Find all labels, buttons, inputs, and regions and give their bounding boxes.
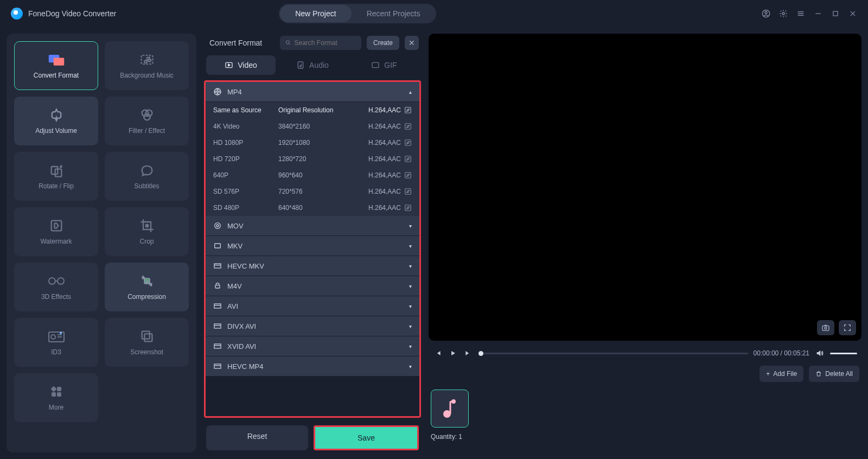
gif-icon xyxy=(371,61,380,69)
svg-point-29 xyxy=(51,335,55,339)
search-icon xyxy=(285,40,291,46)
svg-point-23 xyxy=(49,278,55,284)
edit-icon[interactable] xyxy=(404,155,412,163)
close-icon[interactable] xyxy=(848,9,857,18)
gear-icon[interactable] xyxy=(779,9,788,18)
delete-all-button[interactable]: Delete All xyxy=(809,366,859,382)
svg-point-22 xyxy=(145,225,148,227)
maximize-icon[interactable] xyxy=(831,9,840,18)
edit-icon[interactable] xyxy=(404,123,412,130)
chevron-up-icon: ▴ xyxy=(409,89,412,95)
chevron-down-icon: ▾ xyxy=(409,243,412,249)
svg-rect-34 xyxy=(144,334,152,341)
app-title: FoneDog Video Converter xyxy=(28,9,116,18)
volume-slider[interactable] xyxy=(830,353,857,354)
format-group-mp4[interactable]: MP4 ▴ xyxy=(206,82,419,102)
format-row[interactable]: HD 1080P1920*1080H.264,AAC xyxy=(206,135,419,151)
tool-rotate-flip[interactable]: Rotate / Flip xyxy=(14,152,98,201)
svg-rect-35 xyxy=(50,386,56,392)
tool-more[interactable]: More xyxy=(14,373,98,422)
format-group-avi[interactable]: AVI▾ xyxy=(206,296,419,316)
tool-label: Compression xyxy=(127,293,166,301)
format-group-divx-avi[interactable]: DIVX AVI▾ xyxy=(206,316,419,336)
edit-icon[interactable] xyxy=(404,188,412,195)
search-input[interactable] xyxy=(280,36,361,50)
svg-point-49 xyxy=(219,91,221,93)
create-button[interactable]: Create xyxy=(367,36,399,50)
tool-label: Subtitles xyxy=(134,182,159,190)
menu-icon[interactable] xyxy=(796,9,805,18)
tab-recent-projects[interactable]: Recent Projects xyxy=(352,5,436,22)
tab-new-project[interactable]: New Project xyxy=(280,5,351,22)
play-button[interactable] xyxy=(448,348,458,358)
svg-point-76 xyxy=(451,399,456,404)
tool-filter-effect[interactable]: Filter / Effect xyxy=(105,97,189,145)
progress-bar[interactable] xyxy=(478,353,748,354)
volume-icon[interactable] xyxy=(815,348,825,358)
next-button[interactable] xyxy=(463,348,473,358)
music-note-icon xyxy=(442,399,458,418)
format-tab-video[interactable]: Video xyxy=(206,55,276,75)
svg-point-59 xyxy=(215,223,221,229)
close-panel-button[interactable]: ✕ xyxy=(405,36,419,50)
svg-rect-57 xyxy=(405,189,411,195)
format-row[interactable]: 640P960*640H.264,AAC xyxy=(206,167,419,183)
tool-convert-format[interactable]: Convert Format xyxy=(14,41,98,90)
save-button[interactable]: Save xyxy=(314,425,419,450)
tool-crop[interactable]: Crop xyxy=(105,207,189,256)
format-row[interactable]: SD 576P720*576H.264,AAC xyxy=(206,183,419,200)
app-logo xyxy=(11,8,23,20)
svg-point-18 xyxy=(144,114,150,120)
tool-3d-effects[interactable]: 3D Effects xyxy=(14,263,98,311)
minimize-icon[interactable] xyxy=(814,9,822,18)
svg-rect-53 xyxy=(405,124,411,130)
video-icon xyxy=(225,61,233,69)
fullscreen-button[interactable] xyxy=(839,320,856,335)
tool-screenshot[interactable]: Screenshot xyxy=(105,318,189,367)
film-icon xyxy=(213,362,222,371)
tool-background-music[interactable]: Background Music xyxy=(105,41,189,90)
format-group-hevc-mp4[interactable]: HEVC MP4▾ xyxy=(206,356,419,377)
format-tab-audio[interactable]: Audio xyxy=(278,55,347,75)
format-row[interactable]: Same as SourceOriginal ResolutionH.264,A… xyxy=(206,102,419,118)
film-icon xyxy=(213,282,222,290)
film-icon xyxy=(213,262,222,270)
audio-icon xyxy=(296,61,305,69)
tool-watermark[interactable]: Watermark xyxy=(14,207,98,256)
format-row[interactable]: 4K Video3840*2160H.264,AAC xyxy=(206,118,419,135)
format-row[interactable]: HD 720P1280*720H.264,AAC xyxy=(206,151,419,167)
tool-label: Screenshot xyxy=(130,348,163,356)
tool-subtitles[interactable]: Subtitles xyxy=(105,152,189,201)
tool-id3[interactable]: ID3 xyxy=(14,318,98,367)
svg-point-51 xyxy=(215,91,216,93)
edit-icon[interactable] xyxy=(404,171,412,179)
crop-icon xyxy=(138,218,156,233)
tool-label: Crop xyxy=(139,238,154,245)
media-item[interactable]: Quantity: 1 xyxy=(431,390,469,441)
format-group-xvid-avi[interactable]: XVID AVI▾ xyxy=(206,336,419,356)
format-group-mov[interactable]: MOV▾ xyxy=(206,216,419,236)
svg-rect-64 xyxy=(215,285,220,288)
time-display: 00:00:00 / 00:05:21 xyxy=(754,349,809,357)
edit-icon[interactable] xyxy=(404,139,412,146)
svg-point-60 xyxy=(216,225,219,227)
subtitles-icon xyxy=(138,163,156,178)
film-icon xyxy=(213,302,222,310)
edit-icon[interactable] xyxy=(404,106,412,114)
format-group-hevc-mkv[interactable]: HEVC MKV▾ xyxy=(206,256,419,276)
format-group-m4v[interactable]: M4V▾ xyxy=(206,276,419,296)
chevron-down-icon: ▾ xyxy=(409,283,412,289)
add-file-button[interactable]: +Add File xyxy=(760,366,803,382)
svg-rect-73 xyxy=(822,326,829,331)
prev-button[interactable] xyxy=(433,348,443,358)
reset-button[interactable]: Reset xyxy=(206,425,308,450)
tool-compression[interactable]: Compression xyxy=(105,263,189,311)
format-group-mkv[interactable]: MKV▾ xyxy=(206,236,419,256)
format-row[interactable]: SD 480P640*480H.264,AAC xyxy=(206,200,419,216)
format-tab-gif[interactable]: GIF xyxy=(349,55,419,75)
tool-adjust-volume[interactable]: Adjust Volume xyxy=(14,97,98,145)
svg-marker-27 xyxy=(146,280,148,283)
screenshot-button[interactable] xyxy=(817,320,834,335)
edit-icon[interactable] xyxy=(404,204,412,212)
user-icon[interactable] xyxy=(762,9,770,18)
